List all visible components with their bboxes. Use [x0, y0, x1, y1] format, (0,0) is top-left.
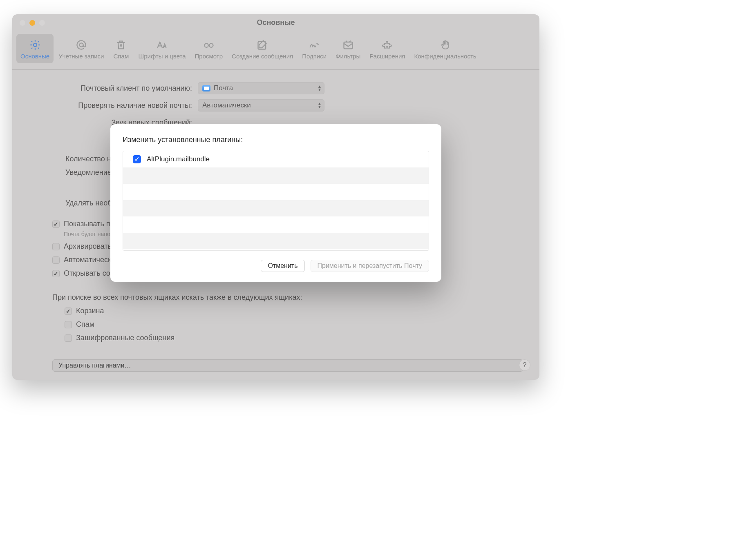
sheet-title: Изменить установленные плагины:	[123, 136, 429, 144]
cancel-label: Отменить	[268, 262, 297, 270]
plugins-sheet: Изменить установленные плагины: AltPlugi…	[110, 124, 441, 282]
cancel-button[interactable]: Отменить	[261, 260, 304, 272]
preferences-window: Основные Основные Учетные записи Спам Шр…	[12, 14, 539, 380]
plugin-row-empty	[123, 184, 429, 200]
plugin-row-empty	[123, 200, 429, 216]
plugin-row-empty	[123, 233, 429, 249]
plugin-checkbox[interactable]	[133, 155, 141, 163]
plugin-name: AltPlugin.mailbundle	[147, 155, 210, 163]
plugin-row-empty	[123, 167, 429, 184]
plugin-row[interactable]: AltPlugin.mailbundle	[123, 151, 429, 167]
plugin-list: AltPlugin.mailbundle	[123, 151, 429, 251]
apply-label: Применить и перезапустить Почту	[318, 262, 423, 270]
sheet-buttons: Отменить Применить и перезапустить Почту	[123, 260, 429, 272]
plugin-row-empty	[123, 216, 429, 233]
apply-restart-button[interactable]: Применить и перезапустить Почту	[311, 260, 429, 272]
